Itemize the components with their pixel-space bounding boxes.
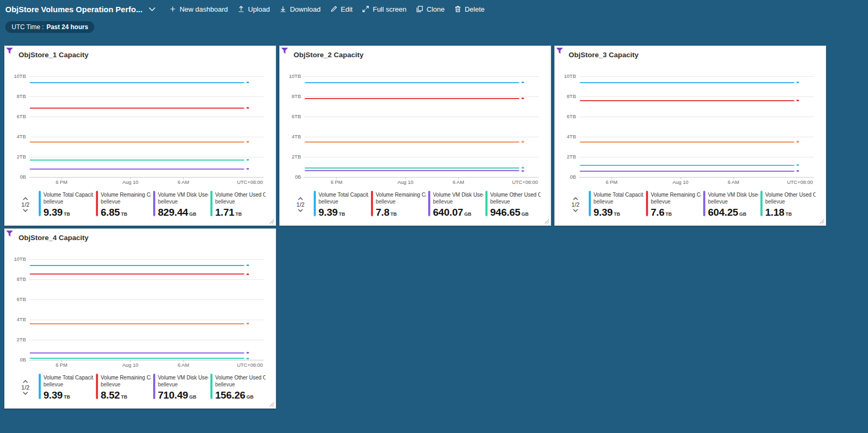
gridline [579, 137, 814, 137]
legend-page-indicator: 1/2 [21, 384, 29, 391]
gridline [29, 259, 264, 260]
x-axis-label: 6 PM [331, 179, 342, 185]
series-line [580, 165, 794, 166]
gridline [304, 117, 539, 117]
legend-unit: TB [666, 211, 672, 217]
legend-resource-name: bellevue [490, 198, 541, 205]
legend-color-bar [703, 191, 705, 216]
x-axis-tick [61, 360, 62, 362]
series-line [305, 98, 519, 99]
legend-color-bar [96, 374, 98, 399]
y-axis-label: 2TB [5, 154, 26, 160]
dashboard-tile: ObjStore_4 Capacity10TB8TB6TB4TB2TB0B6 P… [4, 228, 276, 409]
series-line [30, 352, 244, 354]
legend-item: Volume Total Capacit...bellevue9.39TB [314, 191, 369, 218]
y-axis-label: 8TB [555, 93, 576, 99]
legend-unit: TB [391, 211, 397, 217]
y-axis-label: 8TB [280, 93, 301, 99]
legend-metric-name: Volume Other Used Ca... [765, 191, 816, 198]
chart-legend: 1/2Volume Total Capacit...bellevue9.39TB… [16, 189, 272, 220]
legend-item: Volume Remaining Cap...bellevue6.85TB [96, 191, 151, 218]
legend-value-row: 9.39TB [594, 207, 644, 218]
legend-page-up-button[interactable] [296, 197, 305, 201]
legend-unit: TB [64, 211, 70, 217]
y-axis-label: 6TB [5, 113, 26, 119]
legend-item: Volume Other Used Ca...bellevue156.26GB [210, 374, 265, 401]
y-axis-label: 0B [555, 174, 576, 180]
legend-page-indicator: 1/2 [571, 201, 579, 208]
series-end-marker [246, 323, 249, 324]
legend-value: 9.39 [43, 207, 63, 218]
series-end-marker [246, 141, 249, 143]
legend-color-bar [589, 191, 591, 216]
legend-resource-name: bellevue [101, 198, 151, 205]
legend-resource-name: bellevue [765, 198, 816, 205]
legend-metric-name: Volume Other Used Ca... [490, 191, 541, 198]
gridline [29, 117, 264, 117]
legend-metric-name: Volume Remaining Cap... [376, 191, 426, 198]
y-axis-label: 4TB [5, 134, 26, 139]
legend-metric-name: Volume VM Disk Used ... [708, 191, 758, 198]
gridline [304, 157, 539, 157]
gridline [579, 76, 814, 77]
legend-color-bar [428, 191, 430, 216]
gridline [304, 76, 539, 77]
series-line [305, 170, 519, 171]
legend-item: Volume Other Used Ca...bellevue1.71TB [210, 191, 265, 218]
legend-items: Volume Total Capacit...bellevue9.39TBVol… [39, 374, 272, 401]
legend-item: Volume VM Disk Used ...bellevue640.07GB [428, 191, 483, 218]
y-axis-label: 10TB [555, 73, 576, 79]
legend-page-up-button[interactable] [571, 197, 580, 201]
x-axis-timezone-label: UTC+08:00 [237, 362, 263, 368]
dashboard-tile: ObjStore_3 Capacity10TB8TB6TB4TB2TB0B6 P… [554, 46, 826, 226]
legend-value-row: 829.44GB [158, 207, 208, 218]
legend-metric-name: Volume Other Used Ca... [215, 374, 265, 381]
legend-page-down-button[interactable] [296, 208, 305, 213]
legend-page-down-button[interactable] [21, 391, 30, 395]
chart-legend: 1/2Volume Total Capacit...bellevue9.39TB… [16, 372, 272, 403]
legend-value-row: 7.8TB [376, 207, 426, 218]
legend-items: Volume Total Capacit...bellevue9.39TBVol… [39, 191, 272, 218]
resize-handle[interactable] [543, 218, 550, 224]
series-end-marker [796, 170, 799, 172]
legend-unit: TB [121, 211, 127, 217]
legend-color-bar [314, 191, 316, 216]
legend-metric-name: Volume VM Disk Used ... [158, 374, 208, 381]
resize-handle[interactable] [268, 218, 274, 224]
legend-page-down-button[interactable] [21, 208, 30, 213]
x-axis-tick [61, 177, 62, 179]
legend-value: 9.39 [594, 207, 613, 218]
series-line [580, 100, 794, 101]
legend-color-bar [96, 191, 98, 216]
legend-unit: GB [189, 211, 197, 217]
legend-value-row: 9.39TB [318, 207, 369, 218]
legend-value-row: 1.18TB [765, 207, 816, 218]
legend-metric-name: Volume Total Capacit... [594, 191, 644, 198]
gridline [29, 279, 264, 280]
legend-value-row: 6.85TB [101, 207, 151, 218]
gridline [29, 137, 264, 137]
y-axis-label: 10TB [280, 73, 301, 79]
dashboard-tile: ObjStore_2 Capacity10TB8TB6TB4TB2TB0B6 P… [279, 46, 551, 226]
legend-unit: TB [614, 211, 620, 217]
legend-page-up-button[interactable] [21, 379, 30, 384]
resize-handle[interactable] [818, 218, 825, 224]
legend-value-row: 7.6TB [651, 207, 701, 218]
series-line [30, 323, 244, 324]
legend-value: 7.6 [651, 207, 665, 218]
series-end-marker [521, 141, 524, 143]
legend-page-indicator: 1/2 [21, 201, 29, 208]
y-axis-label: 10TB [5, 256, 26, 262]
legend-page-up-button[interactable] [21, 197, 30, 201]
legend-color-bar [39, 374, 41, 399]
legend-color-bar [153, 191, 155, 216]
resize-handle[interactable] [268, 401, 274, 407]
gridline [579, 117, 814, 117]
gridline [304, 96, 539, 97]
x-axis-tick [458, 177, 459, 179]
x-axis-label: 6 PM [56, 179, 67, 185]
legend-page-down-button[interactable] [571, 208, 580, 213]
legend-metric-name: Volume Total Capacit... [43, 191, 94, 198]
gridline [29, 360, 264, 360]
x-axis-timezone-label: UTC+08:00 [787, 179, 813, 185]
